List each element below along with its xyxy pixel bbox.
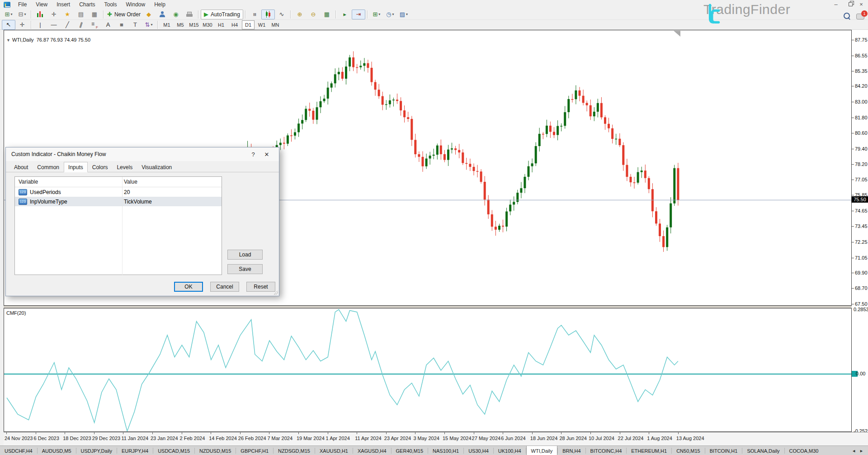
community-button[interactable] [156, 9, 169, 19]
terminal-button[interactable]: ▤ [74, 9, 88, 19]
menu-item-window[interactable]: Window [122, 0, 150, 9]
price-axis[interactable]: 87.7586.5585.3584.2083.0081.8080.6079.40… [852, 30, 868, 432]
dialog-tab-common[interactable]: Common [33, 162, 64, 172]
chart-tab-brn-h4[interactable]: BRN,H4 [558, 446, 585, 455]
profiles-button[interactable]: ⊟▾ [15, 9, 29, 19]
dialog-tab-colors[interactable]: Colors [88, 162, 113, 172]
collapse-triangle-icon[interactable]: ▼ [6, 38, 10, 43]
chart-tab-uk100-h4[interactable]: UK100,H4 [494, 446, 526, 455]
minimize-icon[interactable]: – [832, 1, 840, 8]
chart-tab-audusd-m5[interactable]: AUDUSD,M5 [38, 446, 76, 455]
chart-tab-xagusd-h4[interactable]: XAGUSD,H4 [353, 446, 391, 455]
zoom-out-button[interactable]: ⊖ [307, 9, 320, 19]
depth-of-market-button[interactable]: ◆ [142, 9, 156, 19]
close-icon[interactable]: × [857, 1, 865, 8]
menu-item-charts[interactable]: Charts [75, 0, 99, 9]
menu-item-view[interactable]: View [31, 0, 52, 9]
trendline-button[interactable]: ╱ [61, 20, 74, 30]
chat-icon[interactable]: 1 [856, 14, 864, 19]
bar-chart-button[interactable]: ≡ [248, 9, 261, 19]
timeframe-m30-button[interactable]: M30 [201, 20, 214, 29]
candle-chart-button[interactable] [261, 9, 275, 19]
chart-tab-nas100-h1[interactable]: NAS100,H1 [428, 446, 463, 455]
strategy-tester-button[interactable]: ▦ [88, 9, 101, 19]
chart-tab-usdchf-h4[interactable]: USDCHF,H4 [0, 446, 37, 455]
restore-icon[interactable] [844, 1, 853, 8]
signals-button[interactable]: ◉ [169, 9, 183, 19]
dialog-help-icon[interactable]: ? [246, 151, 260, 158]
text-label-button[interactable]: T [128, 20, 142, 30]
timeframe-w1-button[interactable]: W1 [255, 20, 268, 29]
dialog-tab-visualization[interactable]: Visualization [137, 162, 176, 172]
chart-tab-xauusd-h1[interactable]: XAUUSD,H1 [315, 446, 353, 455]
chart-tab-gbpchf-h1[interactable]: GBPCHF,H1 [236, 446, 273, 455]
chart-tab-solana-daily[interactable]: SOLANA,Daily [742, 446, 784, 455]
inputs-table[interactable]: VariableValue123UsedPeriods20123InpVolum… [14, 176, 222, 275]
chart-tab-cn50-m15[interactable]: CN50,M15 [672, 446, 705, 455]
line-chart-button[interactable]: ∿ [275, 9, 288, 19]
reset-button[interactable]: Reset [246, 282, 275, 292]
zoom-in-button[interactable]: ⊕ [293, 9, 307, 19]
chart-tab-eurjpy-h4[interactable]: EURJPY,H4 [117, 446, 153, 455]
arrows-button[interactable]: ⇅▾ [142, 20, 156, 30]
dialog-tab-about[interactable]: About [9, 162, 33, 172]
tab-scroll-left-icon[interactable]: ◄ [852, 449, 856, 453]
market-watch-button[interactable] [33, 9, 47, 19]
menu-item-file[interactable]: File [14, 0, 31, 9]
new-order-button[interactable]: ✚New Order [106, 9, 142, 19]
chart-tab-ethereum-h1[interactable]: ETHEREUM,H1 [627, 446, 671, 455]
print-button[interactable] [183, 9, 196, 19]
dialog-tab-inputs[interactable]: Inputs [64, 162, 88, 172]
load-button[interactable]: Load [227, 250, 263, 260]
search-icon[interactable] [844, 13, 850, 19]
indicators-button[interactable]: ⊞▾ [370, 9, 383, 19]
ok-button[interactable]: OK [174, 282, 203, 292]
dialog-resize-grip[interactable] [274, 290, 278, 295]
cmf-indicator-pane[interactable] [4, 308, 852, 432]
chart-tab-usdjpy-daily[interactable]: USDJPY,Daily [76, 446, 117, 455]
chart-shift-button[interactable]: ⇥ [352, 9, 365, 19]
dialog-title-bar[interactable]: Custom Indicator - Chaikin Money Flow ? … [6, 147, 279, 161]
save-button[interactable]: Save [227, 264, 263, 274]
periods-button[interactable]: ◷▾ [383, 9, 397, 19]
cursor-button[interactable]: ↖ [2, 20, 15, 30]
equidistant-channel-button[interactable]: ∥ [74, 20, 88, 30]
chart-tab-us30-h4[interactable]: US30,H4 [464, 446, 493, 455]
timeframe-m1-button[interactable]: M1 [160, 20, 173, 29]
new-chart-button[interactable]: ⊞▾ [2, 9, 15, 19]
timeframe-h4-button[interactable]: H4 [228, 20, 241, 29]
horizontal-line-button[interactable]: — [47, 20, 61, 30]
menu-item-help[interactable]: Help [150, 0, 170, 9]
data-window-button[interactable]: ✛ [47, 9, 61, 19]
timeframe-m15-button[interactable]: M15 [188, 20, 200, 29]
vertical-line-button[interactable]: | [33, 20, 47, 30]
input-row-usedperiods[interactable]: 123UsedPeriods20 [15, 187, 222, 197]
menu-item-tools[interactable]: Tools [100, 0, 122, 9]
date-axis[interactable]: 24 Nov 20236 Dec 202318 Dec 202329 Dec 2… [4, 432, 868, 446]
fibonacci-button[interactable]: ≡F [88, 20, 101, 30]
chart-tab-nzdusd-m15[interactable]: NZDUSD,M15 [195, 446, 236, 455]
chart-tab-cocoa-m30[interactable]: COCOA,M30 [785, 446, 823, 455]
shapes-button[interactable]: ■ [115, 20, 128, 30]
input-value-cell[interactable]: 20 [122, 189, 130, 195]
chart-tab-wti-daily[interactable]: WTI,Daily [526, 446, 558, 455]
menu-item-insert[interactable]: Insert [52, 0, 75, 9]
dialog-tab-levels[interactable]: Levels [112, 162, 137, 172]
dialog-close-icon[interactable]: ✕ [260, 151, 274, 158]
chart-tab-ger40-m15[interactable]: GER40,M15 [392, 446, 428, 455]
timeframe-d1-button[interactable]: D1 [242, 20, 255, 29]
timeframe-mn-button[interactable]: MN [269, 20, 282, 29]
chart-tab-nzdsgd-m15[interactable]: NZDSGD,M15 [274, 446, 315, 455]
input-row-inpvolumetype[interactable]: 123InpVolumeTypeTickVolume [15, 197, 222, 206]
tab-scroll-right-icon[interactable]: ► [859, 449, 863, 453]
text-button[interactable]: A [101, 20, 115, 30]
tile-windows-button[interactable]: ▦ [320, 9, 334, 19]
chart-tab-bitcoin-h1[interactable]: BITCOIN,H1 [705, 446, 742, 455]
timeframe-h1-button[interactable]: H1 [215, 20, 227, 29]
chart-tab-bitcoinc-h4[interactable]: BITCOINC,H4 [586, 446, 627, 455]
chart-tab-usdcad-m15[interactable]: USDCAD,M15 [153, 446, 194, 455]
crosshair-button[interactable]: ✛ [15, 20, 29, 30]
autotrading-button[interactable]: ▶AutoTrading [201, 9, 243, 19]
templates-button[interactable]: ▨▾ [397, 9, 410, 19]
input-value-cell[interactable]: TickVolume [122, 199, 152, 205]
